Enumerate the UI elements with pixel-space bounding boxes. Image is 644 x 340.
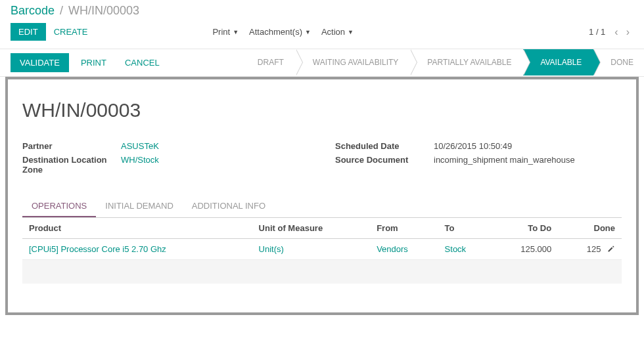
print-menu-label: Print bbox=[212, 27, 230, 37]
sched-label: Scheduled Date bbox=[335, 141, 434, 151]
caret-down-icon: ▼ bbox=[305, 29, 311, 35]
pager-prev-icon[interactable]: ‹ bbox=[610, 26, 622, 38]
dest-label: Destination Location Zone bbox=[22, 155, 121, 175]
partner-label: Partner bbox=[22, 141, 121, 151]
action-menu[interactable]: Action▼ bbox=[316, 24, 359, 39]
table-row[interactable]: [CPUi5] Processor Core i5 2.70 Ghz Unit(… bbox=[22, 239, 622, 260]
breadcrumb: Barcode / WH/IN/00003 bbox=[11, 4, 139, 18]
cell-to[interactable]: Stock bbox=[438, 239, 491, 260]
cell-uom[interactable]: Unit(s) bbox=[252, 239, 371, 260]
tabs: OPERATIONS INITIAL DEMAND ADDITIONAL INF… bbox=[22, 196, 622, 218]
status-available[interactable]: AVAILABLE bbox=[523, 49, 593, 75]
partner-value[interactable]: ASUSTeK bbox=[121, 141, 309, 151]
source-value: incoming_shipment main_warehouse bbox=[434, 155, 622, 165]
col-product: Product bbox=[22, 218, 252, 239]
caret-down-icon: ▼ bbox=[233, 29, 239, 35]
col-to: To bbox=[438, 218, 491, 239]
operations-table: Product Unit of Measure From To To Do Do… bbox=[22, 218, 622, 284]
create-button[interactable]: CREATE bbox=[46, 23, 96, 41]
tab-operations[interactable]: OPERATIONS bbox=[22, 196, 96, 217]
breadcrumb-root[interactable]: Barcode bbox=[11, 4, 55, 18]
pager: 1 / 1 ‹ › bbox=[589, 26, 633, 38]
status-partial[interactable]: PARTIALLY AVAILABLE bbox=[410, 49, 523, 75]
status-steps: DRAFT WAITING AVAILABILITY PARTIALLY AVA… bbox=[241, 49, 644, 76]
cell-product[interactable]: [CPUi5] Processor Core i5 2.70 Ghz bbox=[22, 239, 252, 260]
pager-count: 1 / 1 bbox=[589, 27, 605, 37]
col-todo: To Do bbox=[491, 218, 558, 239]
source-label: Source Document bbox=[335, 155, 434, 165]
status-waiting[interactable]: WAITING AVAILABILITY bbox=[296, 49, 410, 75]
status-done[interactable]: DONE bbox=[593, 49, 644, 75]
sched-value: 10/26/2015 10:50:49 bbox=[434, 141, 622, 151]
tab-initial-demand[interactable]: INITIAL DEMAND bbox=[96, 196, 183, 217]
breadcrumb-current: WH/IN/00003 bbox=[68, 4, 139, 18]
form-sheet: WH/IN/00003 Partner ASUSTeK Destination … bbox=[5, 77, 639, 315]
dest-value[interactable]: WH/Stock bbox=[121, 155, 309, 165]
status-draft[interactable]: DRAFT bbox=[241, 49, 296, 75]
validate-button[interactable]: VALIDATE bbox=[11, 53, 69, 72]
page-title: WH/IN/00003 bbox=[22, 99, 622, 121]
edit-button[interactable]: EDIT bbox=[11, 23, 46, 41]
tab-additional-info[interactable]: ADDITIONAL INFO bbox=[183, 196, 275, 217]
pencil-icon[interactable] bbox=[607, 244, 615, 254]
col-uom: Unit of Measure bbox=[252, 218, 371, 239]
col-done: Done bbox=[558, 218, 622, 239]
cell-done: 125 bbox=[558, 239, 622, 260]
cancel-button[interactable]: CANCEL bbox=[117, 53, 168, 72]
cell-from[interactable]: Vendors bbox=[370, 239, 438, 260]
col-from: From bbox=[370, 218, 438, 239]
caret-down-icon: ▼ bbox=[348, 29, 354, 35]
table-spacer bbox=[22, 260, 622, 284]
breadcrumb-sep: / bbox=[60, 4, 63, 18]
attachments-menu-label: Attachment(s) bbox=[249, 27, 302, 37]
action-menu-label: Action bbox=[321, 27, 345, 37]
cell-todo: 125.000 bbox=[491, 239, 558, 260]
attachments-menu[interactable]: Attachment(s)▼ bbox=[244, 24, 316, 39]
print-menu[interactable]: Print▼ bbox=[207, 24, 244, 39]
cell-done-value: 125 bbox=[587, 244, 601, 254]
pager-next-icon[interactable]: › bbox=[622, 26, 633, 38]
print-button[interactable]: PRINT bbox=[73, 53, 114, 72]
